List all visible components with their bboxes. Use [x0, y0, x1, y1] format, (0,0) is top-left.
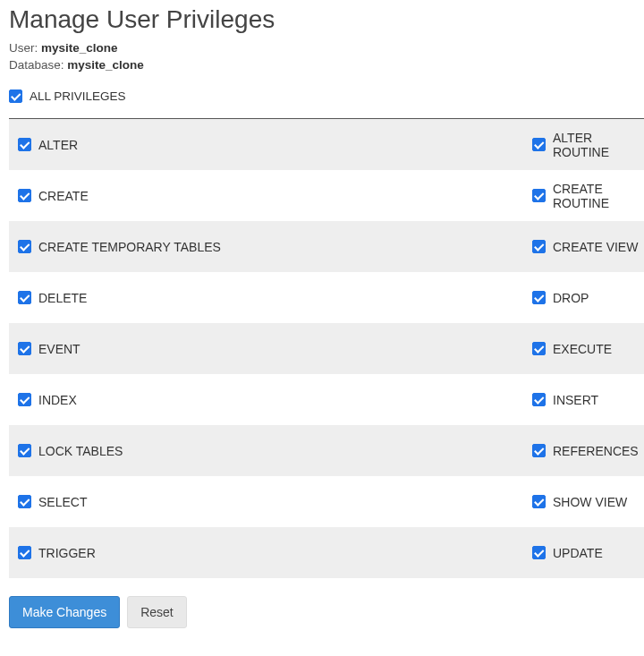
- privilege-row: DELETEDROP: [9, 272, 644, 323]
- privilege-label: SELECT: [38, 495, 87, 509]
- button-row: Make Changes Reset: [9, 596, 644, 628]
- privilege-checkbox[interactable]: [532, 342, 546, 355]
- privilege-cell[interactable]: ALTER ROUTINE: [523, 131, 644, 159]
- privilege-label: CREATE: [38, 189, 89, 203]
- privilege-row: ALTERALTER ROUTINE: [9, 119, 644, 170]
- all-privileges-label[interactable]: ALL PRIVILEGES: [9, 89, 126, 103]
- privilege-cell[interactable]: ALTER: [9, 138, 523, 152]
- privilege-cell[interactable]: CREATE VIEW: [523, 240, 644, 254]
- privilege-cell[interactable]: EXECUTE: [523, 342, 644, 356]
- privilege-label: CREATE TEMPORARY TABLES: [38, 240, 221, 254]
- privilege-cell[interactable]: REFERENCES: [523, 444, 644, 458]
- privilege-checkbox[interactable]: [532, 546, 546, 559]
- privilege-cell[interactable]: SHOW VIEW: [523, 495, 644, 509]
- privilege-label: LOCK TABLES: [38, 444, 123, 458]
- privilege-checkbox[interactable]: [532, 138, 546, 151]
- user-label: User:: [9, 41, 38, 55]
- privilege-checkbox[interactable]: [532, 291, 546, 304]
- make-changes-button[interactable]: Make Changes: [9, 596, 120, 628]
- privilege-checkbox[interactable]: [18, 393, 31, 406]
- privilege-checkbox[interactable]: [18, 291, 31, 304]
- database-value: mysite_clone: [67, 58, 144, 72]
- privilege-label: TRIGGER: [38, 546, 96, 560]
- privilege-checkbox[interactable]: [532, 240, 546, 253]
- privilege-label: ALTER ROUTINE: [553, 131, 644, 159]
- privilege-cell[interactable]: LOCK TABLES: [9, 444, 523, 458]
- database-line: Database: mysite_clone: [9, 58, 644, 72]
- database-label: Database:: [9, 58, 64, 72]
- privileges-list: ALTERALTER ROUTINECREATECREATE ROUTINECR…: [9, 119, 644, 578]
- all-privileges-checkbox[interactable]: [9, 89, 22, 103]
- privilege-checkbox[interactable]: [532, 495, 546, 508]
- privilege-checkbox[interactable]: [532, 189, 546, 202]
- privilege-cell[interactable]: INDEX: [9, 393, 523, 407]
- reset-button[interactable]: Reset: [127, 596, 187, 628]
- privilege-label: CREATE VIEW: [553, 240, 638, 254]
- all-privileges-text: ALL PRIVILEGES: [30, 89, 126, 103]
- privilege-row: INDEXINSERT: [9, 374, 644, 425]
- privilege-label: UPDATE: [553, 546, 603, 560]
- user-line: User: mysite_clone: [9, 41, 644, 55]
- privilege-checkbox[interactable]: [532, 393, 546, 406]
- privilege-label: INSERT: [553, 393, 598, 407]
- privilege-label: INDEX: [38, 393, 77, 407]
- privilege-cell[interactable]: DELETE: [9, 291, 523, 305]
- privilege-checkbox[interactable]: [18, 444, 31, 457]
- privilege-cell[interactable]: UPDATE: [523, 546, 644, 560]
- privilege-label: ALTER: [38, 138, 78, 152]
- privilege-row: TRIGGERUPDATE: [9, 527, 644, 578]
- privilege-checkbox[interactable]: [18, 546, 31, 559]
- user-value: mysite_clone: [41, 41, 118, 55]
- privilege-cell[interactable]: EVENT: [9, 342, 523, 356]
- privilege-cell[interactable]: INSERT: [523, 393, 644, 407]
- all-privileges-row: ALL PRIVILEGES: [9, 89, 644, 119]
- privilege-cell[interactable]: CREATE TEMPORARY TABLES: [9, 240, 523, 254]
- privilege-label: REFERENCES: [553, 444, 639, 458]
- privilege-checkbox[interactable]: [18, 240, 31, 253]
- privilege-label: EXECUTE: [553, 342, 612, 356]
- privilege-cell[interactable]: CREATE ROUTINE: [523, 182, 644, 210]
- privilege-row: CREATECREATE ROUTINE: [9, 170, 644, 221]
- privilege-label: DELETE: [38, 291, 87, 305]
- privilege-checkbox[interactable]: [18, 138, 31, 151]
- privilege-checkbox[interactable]: [18, 342, 31, 355]
- privilege-label: CREATE ROUTINE: [553, 182, 644, 210]
- privilege-row: CREATE TEMPORARY TABLESCREATE VIEW: [9, 221, 644, 272]
- privilege-checkbox[interactable]: [18, 189, 31, 202]
- privilege-cell[interactable]: SELECT: [9, 495, 523, 509]
- privilege-cell[interactable]: TRIGGER: [9, 546, 523, 560]
- privilege-label: DROP: [553, 291, 589, 305]
- privilege-label: SHOW VIEW: [553, 495, 627, 509]
- privilege-label: EVENT: [38, 342, 80, 356]
- privilege-row: EVENTEXECUTE: [9, 323, 644, 374]
- privilege-cell[interactable]: DROP: [523, 291, 644, 305]
- privilege-checkbox[interactable]: [18, 495, 31, 508]
- privilege-row: LOCK TABLESREFERENCES: [9, 425, 644, 476]
- privilege-row: SELECTSHOW VIEW: [9, 476, 644, 527]
- privilege-cell[interactable]: CREATE: [9, 189, 523, 203]
- page-title: Manage User Privileges: [9, 5, 644, 34]
- privilege-checkbox[interactable]: [532, 444, 546, 457]
